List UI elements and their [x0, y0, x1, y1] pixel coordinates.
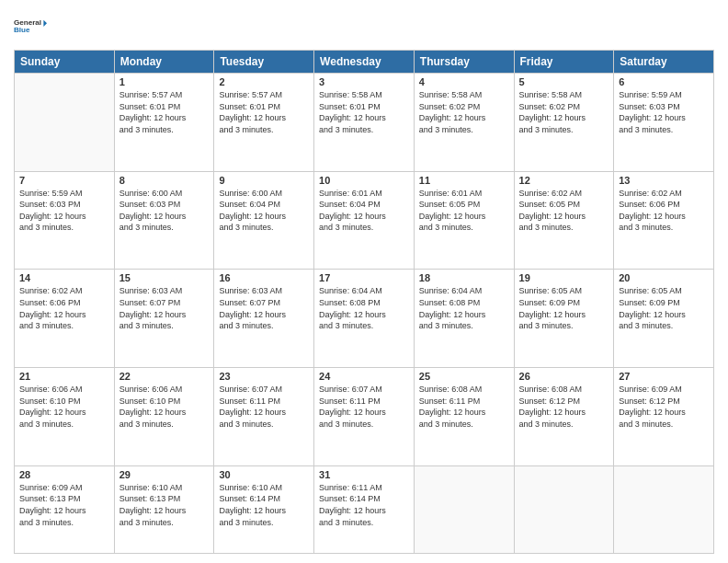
- day-info: Sunrise: 6:01 AMSunset: 6:04 PMDaylight:…: [319, 188, 409, 234]
- day-number: 17: [319, 272, 409, 283]
- page-container: General Blue SundayMondayTuesdayWednesda…: [0, 0, 728, 563]
- day-number: 10: [319, 175, 409, 186]
- day-info: Sunrise: 5:58 AMSunset: 6:02 PMDaylight:…: [519, 89, 609, 135]
- calendar-day-cell: 20Sunrise: 6:05 AMSunset: 6:09 PMDayligh…: [614, 270, 714, 368]
- day-number: 2: [219, 76, 309, 87]
- day-info: Sunrise: 6:03 AMSunset: 6:07 PMDaylight:…: [119, 285, 210, 331]
- day-info: Sunrise: 6:02 AMSunset: 6:06 PMDaylight:…: [19, 285, 109, 331]
- day-number: 9: [219, 175, 309, 186]
- weekday-header-cell: Friday: [514, 51, 614, 74]
- weekday-header-cell: Saturday: [614, 51, 714, 74]
- svg-text:Blue: Blue: [14, 26, 30, 34]
- calendar-day-cell: 13Sunrise: 6:02 AMSunset: 6:06 PMDayligh…: [614, 171, 714, 270]
- day-number: 26: [519, 371, 609, 382]
- calendar-day-cell: [614, 465, 714, 553]
- logo-svg: General Blue: [14, 9, 47, 42]
- day-info: Sunrise: 6:06 AMSunset: 6:10 PMDaylight:…: [19, 384, 109, 430]
- calendar-day-cell: [414, 465, 514, 553]
- day-info: Sunrise: 6:06 AMSunset: 6:10 PMDaylight:…: [119, 384, 210, 430]
- weekday-header-cell: Tuesday: [214, 51, 314, 74]
- calendar-day-cell: [514, 465, 614, 553]
- calendar-day-cell: 11Sunrise: 6:01 AMSunset: 6:05 PMDayligh…: [414, 171, 514, 270]
- day-number: 28: [19, 469, 109, 480]
- calendar-day-cell: 7Sunrise: 5:59 AMSunset: 6:03 PMDaylight…: [15, 171, 115, 270]
- calendar-week-row: 21Sunrise: 6:06 AMSunset: 6:10 PMDayligh…: [15, 368, 714, 466]
- day-number: 8: [119, 175, 210, 186]
- calendar-day-cell: 2Sunrise: 5:57 AMSunset: 6:01 PMDaylight…: [214, 74, 314, 172]
- calendar-day-cell: 31Sunrise: 6:11 AMSunset: 6:14 PMDayligh…: [314, 465, 415, 553]
- day-info: Sunrise: 6:05 AMSunset: 6:09 PMDaylight:…: [519, 285, 609, 331]
- day-number: 22: [119, 371, 210, 382]
- day-number: 20: [619, 272, 709, 283]
- day-info: Sunrise: 6:08 AMSunset: 6:12 PMDaylight:…: [519, 384, 609, 430]
- calendar-day-cell: 22Sunrise: 6:06 AMSunset: 6:10 PMDayligh…: [114, 368, 214, 466]
- calendar-body: 1Sunrise: 5:57 AMSunset: 6:01 PMDaylight…: [15, 74, 714, 554]
- day-number: 1: [119, 76, 210, 87]
- calendar-day-cell: 28Sunrise: 6:09 AMSunset: 6:13 PMDayligh…: [15, 465, 115, 553]
- calendar-day-cell: 6Sunrise: 5:59 AMSunset: 6:03 PMDaylight…: [614, 74, 714, 172]
- day-info: Sunrise: 6:10 AMSunset: 6:14 PMDaylight:…: [219, 482, 309, 528]
- day-info: Sunrise: 6:05 AMSunset: 6:09 PMDaylight:…: [619, 285, 709, 331]
- day-info: Sunrise: 6:03 AMSunset: 6:07 PMDaylight:…: [219, 285, 309, 331]
- day-info: Sunrise: 5:57 AMSunset: 6:01 PMDaylight:…: [119, 89, 210, 135]
- day-info: Sunrise: 6:04 AMSunset: 6:08 PMDaylight:…: [319, 285, 409, 331]
- calendar-week-row: 28Sunrise: 6:09 AMSunset: 6:13 PMDayligh…: [15, 465, 714, 553]
- day-number: 4: [419, 76, 509, 87]
- day-number: 21: [19, 371, 109, 382]
- day-info: Sunrise: 5:59 AMSunset: 6:03 PMDaylight:…: [619, 89, 709, 135]
- calendar-table: SundayMondayTuesdayWednesdayThursdayFrid…: [14, 50, 714, 554]
- calendar-day-cell: 5Sunrise: 5:58 AMSunset: 6:02 PMDaylight…: [514, 74, 614, 172]
- header: General Blue: [14, 9, 714, 42]
- day-number: 19: [519, 272, 609, 283]
- calendar-week-row: 1Sunrise: 5:57 AMSunset: 6:01 PMDaylight…: [15, 74, 714, 172]
- day-number: 31: [319, 469, 409, 480]
- calendar-day-cell: 4Sunrise: 5:58 AMSunset: 6:02 PMDaylight…: [414, 74, 514, 172]
- logo: General Blue: [14, 9, 47, 42]
- calendar-day-cell: 12Sunrise: 6:02 AMSunset: 6:05 PMDayligh…: [514, 171, 614, 270]
- day-info: Sunrise: 5:58 AMSunset: 6:01 PMDaylight:…: [319, 89, 409, 135]
- day-number: 29: [119, 469, 210, 480]
- day-info: Sunrise: 6:04 AMSunset: 6:08 PMDaylight:…: [419, 285, 509, 331]
- day-number: 14: [19, 272, 109, 283]
- calendar-day-cell: 8Sunrise: 6:00 AMSunset: 6:03 PMDaylight…: [114, 171, 214, 270]
- calendar-day-cell: 3Sunrise: 5:58 AMSunset: 6:01 PMDaylight…: [314, 74, 415, 172]
- calendar-day-cell: 29Sunrise: 6:10 AMSunset: 6:13 PMDayligh…: [114, 465, 214, 553]
- day-number: 18: [419, 272, 509, 283]
- calendar-day-cell: 14Sunrise: 6:02 AMSunset: 6:06 PMDayligh…: [15, 270, 115, 368]
- calendar-day-cell: [15, 74, 115, 172]
- svg-text:General: General: [14, 18, 41, 27]
- day-info: Sunrise: 5:57 AMSunset: 6:01 PMDaylight:…: [219, 89, 309, 135]
- day-number: 23: [219, 371, 309, 382]
- calendar-week-row: 7Sunrise: 5:59 AMSunset: 6:03 PMDaylight…: [15, 171, 714, 270]
- day-info: Sunrise: 6:07 AMSunset: 6:11 PMDaylight:…: [319, 384, 409, 430]
- day-info: Sunrise: 6:02 AMSunset: 6:06 PMDaylight:…: [619, 188, 709, 234]
- day-info: Sunrise: 6:00 AMSunset: 6:03 PMDaylight:…: [119, 188, 210, 234]
- weekday-header-cell: Sunday: [15, 51, 115, 74]
- day-number: 12: [519, 175, 609, 186]
- calendar-day-cell: 19Sunrise: 6:05 AMSunset: 6:09 PMDayligh…: [514, 270, 614, 368]
- weekday-header-cell: Thursday: [414, 51, 514, 74]
- day-info: Sunrise: 6:10 AMSunset: 6:13 PMDaylight:…: [119, 482, 210, 528]
- calendar-day-cell: 24Sunrise: 6:07 AMSunset: 6:11 PMDayligh…: [314, 368, 415, 466]
- calendar-day-cell: 16Sunrise: 6:03 AMSunset: 6:07 PMDayligh…: [214, 270, 314, 368]
- calendar-day-cell: 26Sunrise: 6:08 AMSunset: 6:12 PMDayligh…: [514, 368, 614, 466]
- calendar-day-cell: 9Sunrise: 6:00 AMSunset: 6:04 PMDaylight…: [214, 171, 314, 270]
- day-number: 16: [219, 272, 309, 283]
- calendar-day-cell: 30Sunrise: 6:10 AMSunset: 6:14 PMDayligh…: [214, 465, 314, 553]
- weekday-header-cell: Wednesday: [314, 51, 415, 74]
- day-number: 30: [219, 469, 309, 480]
- day-info: Sunrise: 5:59 AMSunset: 6:03 PMDaylight:…: [19, 188, 109, 234]
- day-info: Sunrise: 6:09 AMSunset: 6:12 PMDaylight:…: [619, 384, 709, 430]
- day-number: 6: [619, 76, 709, 87]
- day-info: Sunrise: 5:58 AMSunset: 6:02 PMDaylight:…: [419, 89, 509, 135]
- calendar-day-cell: 15Sunrise: 6:03 AMSunset: 6:07 PMDayligh…: [114, 270, 214, 368]
- calendar-day-cell: 27Sunrise: 6:09 AMSunset: 6:12 PMDayligh…: [614, 368, 714, 466]
- calendar-day-cell: 18Sunrise: 6:04 AMSunset: 6:08 PMDayligh…: [414, 270, 514, 368]
- day-number: 27: [619, 371, 709, 382]
- weekday-header-cell: Monday: [114, 51, 214, 74]
- day-number: 5: [519, 76, 609, 87]
- calendar-day-cell: 17Sunrise: 6:04 AMSunset: 6:08 PMDayligh…: [314, 270, 415, 368]
- day-number: 7: [19, 175, 109, 186]
- day-info: Sunrise: 6:02 AMSunset: 6:05 PMDaylight:…: [519, 188, 609, 234]
- calendar-day-cell: 10Sunrise: 6:01 AMSunset: 6:04 PMDayligh…: [314, 171, 415, 270]
